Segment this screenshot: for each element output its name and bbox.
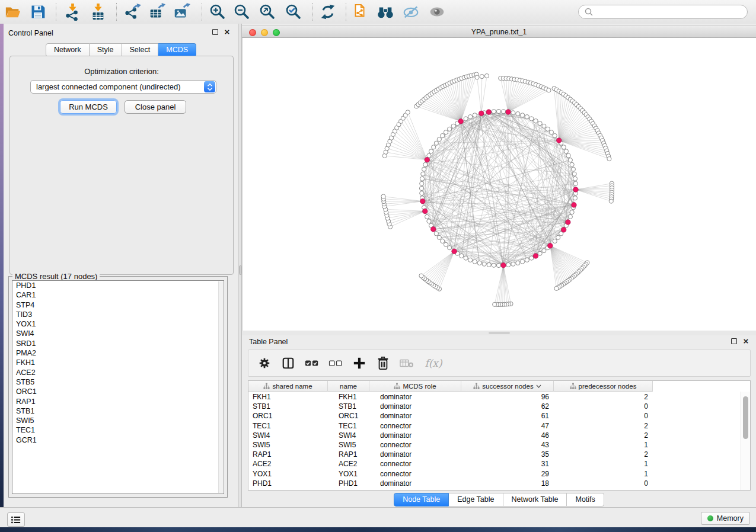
- tab-motifs[interactable]: Motifs: [567, 493, 604, 507]
- table-cell[interactable]: 47: [461, 421, 554, 431]
- tab-node-table[interactable]: Node Table: [394, 493, 449, 507]
- tab-style[interactable]: Style: [90, 43, 122, 57]
- select-all-button[interactable]: [304, 355, 320, 371]
- table-cell[interactable]: 0: [554, 479, 653, 488]
- table-cell[interactable]: connector: [369, 440, 461, 450]
- table-scrollbar[interactable]: [741, 392, 750, 490]
- result-node-item[interactable]: SWI5: [12, 416, 224, 425]
- save-session-button[interactable]: [27, 2, 49, 22]
- table-cell[interactable]: connector: [369, 469, 461, 479]
- column-header-shared-name[interactable]: shared name: [248, 381, 328, 392]
- float-panel-icon[interactable]: [731, 338, 737, 344]
- splitter-handle[interactable]: [489, 332, 510, 334]
- run-mcds-button[interactable]: Run MCDS: [60, 100, 117, 114]
- node-table[interactable]: shared namenameMCDS rolesuccessor nodesp…: [248, 380, 751, 491]
- result-node-item[interactable]: SWI4: [12, 329, 224, 338]
- table-cell[interactable]: dominator: [369, 392, 461, 402]
- table-cell[interactable]: 29: [461, 469, 554, 479]
- close-panel-icon[interactable]: ×: [223, 27, 231, 36]
- table-cell[interactable]: FKH1: [248, 392, 328, 402]
- tab-select[interactable]: Select: [122, 43, 159, 57]
- table-cell[interactable]: 61: [461, 411, 554, 421]
- table-cell[interactable]: 1: [554, 469, 653, 479]
- open-file-button[interactable]: [2, 2, 24, 22]
- result-node-item[interactable]: YOX1: [12, 319, 224, 329]
- table-cell[interactable]: 62: [461, 402, 554, 411]
- table-cell[interactable]: 31: [461, 459, 554, 469]
- table-cell[interactable]: connector: [369, 421, 461, 431]
- column-panel-button[interactable]: [280, 355, 296, 371]
- table-cell[interactable]: SWI4: [328, 431, 369, 440]
- column-header-successor-nodes[interactable]: successor nodes: [461, 381, 554, 392]
- result-node-item[interactable]: TID3: [12, 310, 224, 319]
- delete-button[interactable]: [375, 355, 391, 371]
- binoculars-button[interactable]: [375, 2, 396, 22]
- table-cell[interactable]: dominator: [369, 450, 461, 459]
- network-graph[interactable]: [243, 38, 756, 331]
- tab-mcds[interactable]: MCDS: [158, 43, 196, 57]
- table-cell[interactable]: TEC1: [248, 421, 328, 431]
- result-node-item[interactable]: ORC1: [12, 387, 224, 396]
- table-cell[interactable]: connector: [369, 459, 461, 469]
- import-network-button[interactable]: [62, 2, 83, 22]
- result-node-item[interactable]: PMA2: [12, 348, 224, 358]
- zoom-in-button[interactable]: [206, 2, 228, 22]
- column-header-predecessor-nodes[interactable]: predecessor nodes: [554, 381, 653, 392]
- table-cell[interactable]: STB1: [248, 402, 328, 411]
- result-node-item[interactable]: CAR1: [12, 290, 224, 300]
- zoom-fit-button[interactable]: [256, 2, 277, 22]
- share-document-button[interactable]: [349, 2, 371, 22]
- network-window-titlebar[interactable]: YPA_prune.txt_1: [242, 25, 756, 38]
- close-panel-button[interactable]: Close panel: [125, 100, 186, 114]
- table-cell[interactable]: 2: [554, 392, 653, 402]
- eye-slash-button[interactable]: [400, 2, 422, 22]
- table-cell[interactable]: 18: [461, 479, 554, 488]
- table-cell[interactable]: PHD1: [248, 479, 328, 488]
- result-node-item[interactable]: ACE2: [12, 368, 224, 377]
- zoom-selected-button[interactable]: [282, 2, 304, 22]
- table-cell[interactable]: STB1: [328, 402, 369, 411]
- result-node-item[interactable]: RAP1: [12, 397, 224, 406]
- table-cell[interactable]: dominator: [369, 411, 461, 421]
- table-cell[interactable]: dominator: [369, 402, 461, 411]
- table-cell[interactable]: 0: [554, 402, 653, 411]
- table-cell[interactable]: 46: [461, 431, 554, 440]
- criterion-dropdown[interactable]: largest connected component (undirected): [30, 80, 216, 94]
- task-history-button[interactable]: [7, 512, 25, 527]
- table-cell[interactable]: TEC1: [328, 421, 369, 431]
- zoom-out-button[interactable]: [231, 2, 252, 22]
- table-cell[interactable]: 0: [554, 411, 653, 421]
- eye-button[interactable]: [426, 2, 448, 22]
- table-cell[interactable]: PHD1: [328, 479, 369, 488]
- table-cell[interactable]: 96: [461, 392, 554, 402]
- float-panel-icon[interactable]: [212, 29, 218, 35]
- table-cell[interactable]: FKH1: [328, 392, 369, 402]
- table-cell[interactable]: SWI5: [328, 440, 369, 450]
- result-node-item[interactable]: FKH1: [12, 358, 224, 367]
- table-cell[interactable]: YOX1: [248, 469, 328, 479]
- search-input[interactable]: [597, 7, 736, 17]
- table-cell[interactable]: YOX1: [328, 469, 369, 479]
- tab-network-table[interactable]: Network Table: [503, 493, 567, 507]
- table-cell[interactable]: ORC1: [328, 411, 369, 421]
- result-node-item[interactable]: STB1: [12, 406, 224, 416]
- network-canvas[interactable]: [242, 38, 756, 331]
- result-node-item[interactable]: GCR1: [12, 435, 224, 445]
- refresh-view-button[interactable]: [317, 2, 339, 22]
- table-cell[interactable]: 43: [461, 440, 554, 450]
- table-cell[interactable]: dominator: [369, 479, 461, 488]
- search-box[interactable]: [578, 5, 748, 19]
- table-cell[interactable]: dominator: [369, 431, 461, 440]
- result-node-item[interactable]: PHD1: [12, 281, 224, 290]
- table-scrollbar-thumb[interactable]: [743, 396, 748, 439]
- table-cell[interactable]: 2: [554, 450, 653, 459]
- table-cell[interactable]: 35: [461, 450, 554, 459]
- table-cell[interactable]: SWI5: [248, 440, 328, 450]
- memory-button[interactable]: Memory: [701, 512, 750, 525]
- deselect-all-button[interactable]: [328, 355, 343, 371]
- column-header-name[interactable]: name: [328, 381, 369, 392]
- tab-edge-table[interactable]: Edge Table: [449, 493, 503, 507]
- table-cell[interactable]: ACE2: [248, 459, 328, 469]
- export-table-button[interactable]: [146, 2, 167, 22]
- table-cell[interactable]: RAP1: [328, 450, 369, 459]
